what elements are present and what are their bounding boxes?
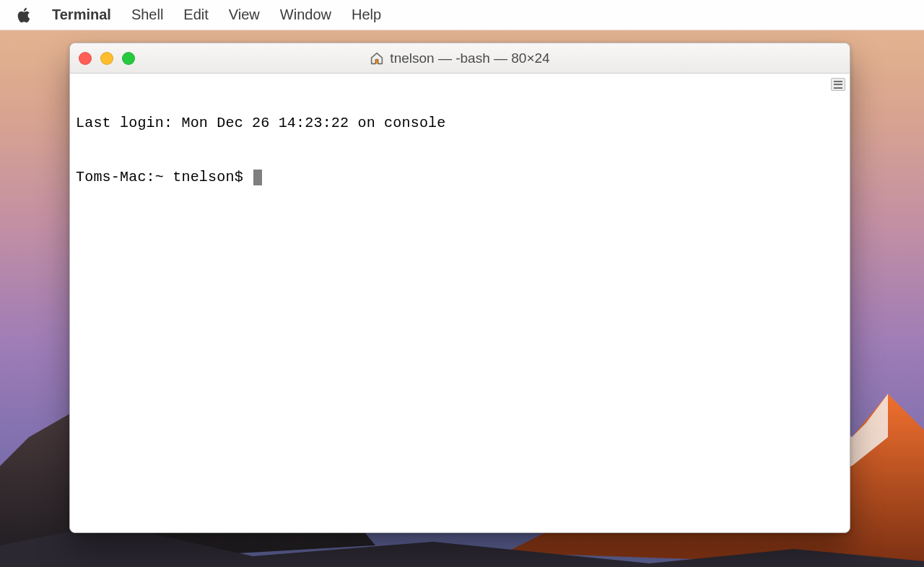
menu-window[interactable]: Window (280, 6, 331, 23)
menu-shell[interactable]: Shell (131, 6, 163, 23)
zoom-button[interactable] (122, 52, 135, 65)
home-folder-icon (370, 52, 384, 65)
minimize-button[interactable] (100, 52, 113, 65)
terminal-viewport[interactable]: Last login: Mon Dec 26 14:23:22 on conso… (70, 74, 850, 532)
menu-view[interactable]: View (229, 6, 260, 23)
window-titlebar[interactable]: tnelson — -bash — 80×24 (70, 43, 850, 74)
terminal-window[interactable]: tnelson — -bash — 80×24 Last login: Mon … (69, 43, 850, 533)
window-title: tnelson — -bash — 80×24 (70, 50, 850, 66)
apple-logo-icon[interactable] (16, 6, 32, 24)
traffic-lights (79, 52, 135, 65)
terminal-prompt-text: Toms-Mac:~ tnelson$ (76, 168, 252, 186)
terminal-cursor (253, 170, 262, 185)
menubar-app-name[interactable]: Terminal (52, 6, 111, 23)
terminal-line-last-login: Last login: Mon Dec 26 14:23:22 on conso… (76, 114, 844, 132)
menu-help[interactable]: Help (352, 6, 381, 23)
close-button[interactable] (79, 52, 92, 65)
window-title-text: tnelson — -bash — 80×24 (390, 50, 549, 66)
window-body: Last login: Mon Dec 26 14:23:22 on conso… (70, 74, 850, 532)
menu-bar[interactable]: Terminal Shell Edit View Window Help (0, 0, 924, 30)
scroll-indicator-icon[interactable] (831, 78, 845, 91)
terminal-prompt-line[interactable]: Toms-Mac:~ tnelson$ (76, 168, 844, 186)
menu-edit[interactable]: Edit (183, 6, 208, 23)
